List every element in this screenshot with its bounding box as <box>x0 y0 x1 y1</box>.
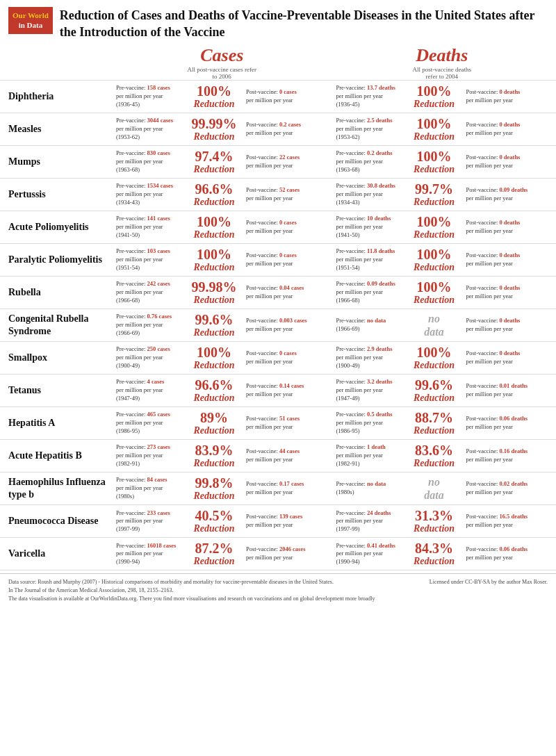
deaths-post-info: Post-vaccine: 0.01 deaths per million pe… <box>466 382 528 399</box>
cases-reduction-pct: 99.6% <box>186 312 242 327</box>
cases-reduction-pct: 100% <box>186 83 242 99</box>
disease-name: Diphtheria <box>8 90 116 103</box>
cases-pre-info: Pre-vaccine: 1534 cases per million per … <box>116 182 182 207</box>
deaths-reduction-block: 100% Reduction <box>407 149 462 175</box>
deaths-reduction-pct: 84.3% <box>407 541 462 556</box>
deaths-reduction-pct: 100% <box>407 345 462 360</box>
deaths-reduction-pct: 88.7% <box>407 410 462 425</box>
cases-reduction-pct: 40.5% <box>186 508 242 523</box>
disease-row: Diphtheria Pre-vaccine: 158 cases per mi… <box>0 80 556 113</box>
deaths-post-info: Post-vaccine: 0.06 deaths per million pe… <box>466 415 528 432</box>
deaths-reduction-label: Reduction <box>407 229 462 240</box>
disease-row: Haemophilus Influenza type b Pre-vaccine… <box>0 472 556 504</box>
deaths-pre-info: Pre-vaccine: 13.7 deaths per million per… <box>336 84 402 109</box>
deaths-reduction-pct: 100% <box>407 214 462 229</box>
deaths-half: Pre-vaccine: 1 death per million per yea… <box>336 443 548 469</box>
cases-reduction-label: Reduction <box>186 327 242 338</box>
deaths-pre-info: Pre-vaccine: no data (1966-69) <box>336 317 402 334</box>
cases-post-info: Post-vaccine: 0.2 cases per million per … <box>246 121 302 138</box>
cases-half: Pre-vaccine: 830 cases per million per y… <box>116 149 328 175</box>
deaths-reduction-label: Reduction <box>407 393 462 404</box>
cases-reduction-label: Reduction <box>186 458 242 469</box>
deaths-section-header: Deaths All post-vaccine deaths refer to … <box>336 45 548 80</box>
cases-reduction-pct: 87.2% <box>186 541 242 556</box>
deaths-reduction-block: 84.3% Reduction <box>407 541 462 567</box>
disease-name: Pertussis <box>8 188 116 201</box>
deaths-reduction-pct: 100% <box>407 279 462 295</box>
cases-pre-info: Pre-vaccine: 273 cases per million per y… <box>116 443 182 468</box>
deaths-reduction-block: 100% Reduction <box>407 116 462 142</box>
cases-reduction-block: 96.6% Reduction <box>186 377 242 404</box>
deaths-reduction-label: Reduction <box>407 164 462 175</box>
disease-name: Tetanus <box>8 384 116 397</box>
cases-pre-info: Pre-vaccine: 233 cases per million per y… <box>116 509 182 534</box>
deaths-reduction-label: Reduction <box>407 131 462 142</box>
cases-reduction-pct: 97.4% <box>186 149 242 164</box>
disease-name: Varicella <box>8 548 116 560</box>
deaths-post-info: Post-vaccine: 0 deaths per million per y… <box>466 317 522 334</box>
deaths-half: Pre-vaccine: no data (1966-69) nodata Po… <box>336 312 548 338</box>
disease-name: Measles <box>8 123 116 135</box>
disease-name: Acute Hepatitis B <box>8 450 116 462</box>
cases-post-info: Post-vaccine: 0.14 cases per million per… <box>246 382 304 399</box>
deaths-reduction-label: Reduction <box>407 197 462 208</box>
cases-reduction-pct: 96.6% <box>186 377 242 393</box>
cases-post-info: Post-vaccine: 52 cases per million per y… <box>246 186 302 203</box>
deaths-reduction-label: Reduction <box>407 360 462 371</box>
deaths-post-info: Post-vaccine: 0 deaths per million per y… <box>466 121 522 138</box>
deaths-reduction-label: Reduction <box>407 458 462 469</box>
deaths-pre-info: Pre-vaccine: 0.2 deaths per million per … <box>336 149 402 174</box>
deaths-reduction-pct: 31.3% <box>407 508 462 523</box>
cases-section-header: Cases All post-vaccine cases refer to 20… <box>116 45 328 80</box>
cases-post-info: Post-vaccine: 0.003 cases per million pe… <box>246 317 307 334</box>
cases-reduction-label: Reduction <box>186 229 242 240</box>
deaths-no-data: nodata <box>407 475 462 502</box>
cases-post-info: Post-vaccine: 139 cases per million per … <box>246 513 302 529</box>
cases-pre-info: Pre-vaccine: 84 cases per million per ye… <box>116 476 182 501</box>
deaths-half: Pre-vaccine: 0.5 deaths per million per … <box>336 410 548 436</box>
cases-reduction-block: 40.5% Reduction <box>186 508 242 534</box>
cases-half: Pre-vaccine: 158 cases per million per y… <box>116 83 328 110</box>
cases-reduction-block: 100% Reduction <box>186 214 242 240</box>
deaths-pre-info: Pre-vaccine: no data (1980s) <box>336 480 402 497</box>
deaths-post-info: Post-vaccine: 0 deaths per million per y… <box>466 350 522 366</box>
deaths-pre-info: Pre-vaccine: 30.8 deaths per million per… <box>336 182 402 207</box>
cases-reduction-pct: 100% <box>186 247 242 262</box>
cases-post-info: Post-vaccine: 0 cases per million per ye… <box>246 252 302 268</box>
cases-post-info: Post-vaccine: 44 cases per million per y… <box>246 447 302 464</box>
cases-half: Pre-vaccine: 3044 cases per million per … <box>116 116 328 142</box>
cases-reduction-pct: 96.6% <box>186 181 242 197</box>
cases-reduction-block: 99.98% Reduction <box>186 279 242 306</box>
disease-name: Congenital Rubella Syndrome <box>8 313 116 338</box>
cases-reduction-label: Reduction <box>186 556 242 567</box>
disease-row: Rubella Pre-vaccine: 242 cases per milli… <box>0 276 556 309</box>
disease-name: Mumps <box>8 156 116 168</box>
cases-reduction-block: 87.2% Reduction <box>186 541 242 567</box>
cases-pre-info: Pre-vaccine: 103 cases per million per y… <box>116 247 182 272</box>
deaths-pre-info: Pre-vaccine: 1 death per million per yea… <box>336 443 402 468</box>
deaths-pre-info: Pre-vaccine: 24 deaths per million per y… <box>336 509 402 534</box>
disease-row: Hepatitis A Pre-vaccine: 465 cases per m… <box>0 406 556 439</box>
deaths-half: Pre-vaccine: 2.9 deaths per million per … <box>336 345 548 371</box>
cases-pre-info: Pre-vaccine: 0.76 cases per million per … <box>116 313 182 338</box>
deaths-half: Pre-vaccine: 0.2 deaths per million per … <box>336 149 548 175</box>
deaths-reduction-pct: 100% <box>407 247 462 262</box>
cases-half: Pre-vaccine: 465 cases per million per y… <box>116 410 328 436</box>
cases-post-info: Post-vaccine: 0 cases per million per ye… <box>246 219 302 236</box>
deaths-title: Deaths <box>416 45 468 66</box>
disease-row: Tetanus Pre-vaccine: 4 cases per million… <box>0 374 556 406</box>
deaths-pre-info: Pre-vaccine: 0.41 deaths per million per… <box>336 542 402 567</box>
deaths-pre-info: Pre-vaccine: 0.5 deaths per million per … <box>336 411 402 436</box>
cases-reduction-pct: 99.8% <box>186 475 242 491</box>
deaths-reduction-block: 31.3% Reduction <box>407 508 462 534</box>
cases-reduction-label: Reduction <box>186 164 242 175</box>
cases-reduction-label: Reduction <box>186 523 242 534</box>
cases-pre-info: Pre-vaccine: 141 cases per million per y… <box>116 215 182 240</box>
deaths-half: Pre-vaccine: 13.7 deaths per million per… <box>336 83 548 110</box>
deaths-pre-info: Pre-vaccine: 2.5 deaths per million per … <box>336 117 402 142</box>
cases-post-info: Post-vaccine: 0.17 cases per million per… <box>246 480 304 497</box>
deaths-post-info: Post-vaccine: 0.09 deaths per million pe… <box>466 186 528 203</box>
cases-post-info: Post-vaccine: 51 cases per million per y… <box>246 415 302 432</box>
cases-reduction-pct: 83.9% <box>186 443 242 458</box>
deaths-post-info: Post-vaccine: 16.5 deaths per million pe… <box>466 513 528 529</box>
